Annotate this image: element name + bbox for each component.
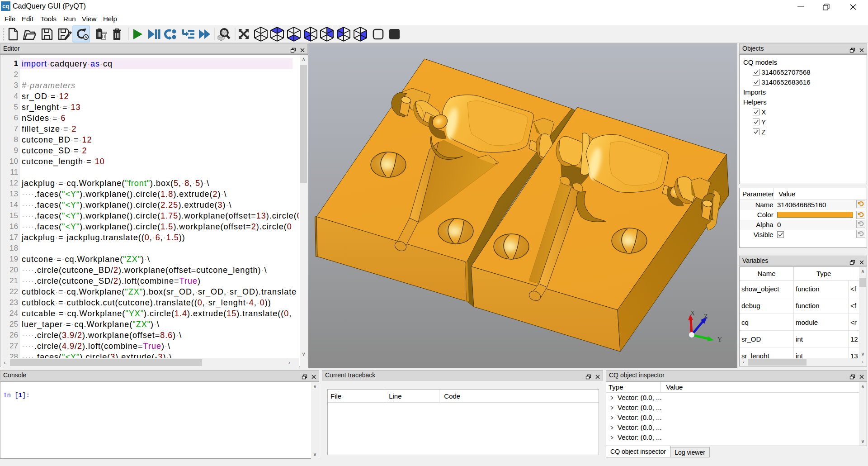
svg-text:X: X bbox=[690, 310, 695, 317]
svg-text:Y: Y bbox=[717, 336, 722, 343]
svg-text:Z: Z bbox=[704, 313, 708, 320]
